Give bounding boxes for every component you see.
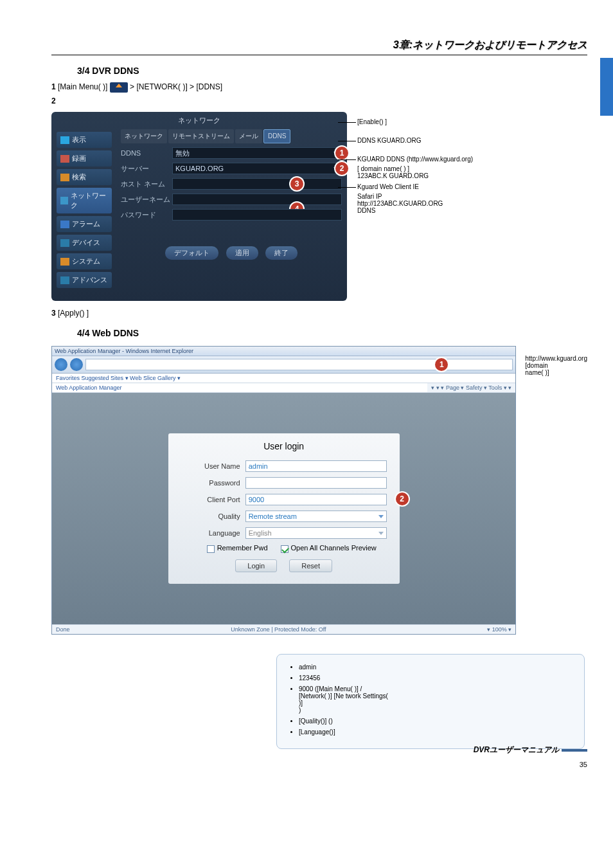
sidebar-item-alarm[interactable]: アラーム bbox=[57, 216, 112, 232]
side-tab bbox=[600, 58, 613, 116]
login-title: User login bbox=[181, 441, 387, 451]
callout-b1: 1 bbox=[435, 358, 448, 371]
reset-button[interactable]: Reset bbox=[289, 559, 332, 572]
chevron-down-icon bbox=[378, 515, 384, 518]
ddns-select[interactable]: 無効 bbox=[172, 147, 342, 159]
sidebar-item-system[interactable]: システム bbox=[57, 253, 112, 269]
sidebar-item-search[interactable]: 検索 bbox=[57, 169, 112, 185]
step-2: 2 bbox=[51, 96, 587, 105]
callout-2: 2 bbox=[335, 162, 348, 175]
ie-toolbar: ▾ ▾ ▾ Page ▾ Safety ▾ Tools ▾ ▾ bbox=[427, 383, 515, 392]
remember-pwd-checkbox[interactable]: Remember Pwd bbox=[207, 544, 268, 552]
sidebar-item-advance[interactable]: アドバンス bbox=[57, 272, 112, 288]
hostname-input[interactable] bbox=[172, 178, 342, 190]
sidebar-item-network[interactable]: ネットワーク bbox=[57, 188, 112, 213]
login-password-label: Password bbox=[181, 479, 245, 487]
page-number: 35 bbox=[580, 761, 587, 768]
ie-tab[interactable]: Web Application Manager bbox=[52, 383, 125, 392]
callout-notes-a: [Enable() ] DDNS KGUARD.ORG KGUARD DDNS … bbox=[357, 112, 587, 214]
footer: DVRユーザーマニュアル bbox=[474, 745, 587, 755]
password-input[interactable] bbox=[172, 209, 342, 221]
ie-status-left: Done bbox=[56, 626, 70, 633]
callout-notes-b: http://www.kguard.org [domain name( )] bbox=[525, 346, 587, 376]
server-label: サーバー bbox=[121, 164, 172, 174]
callout-1: 1 bbox=[335, 147, 348, 159]
sidebar-item-device[interactable]: デバイス bbox=[57, 235, 112, 251]
tab-remote[interactable]: リモートストリーム bbox=[168, 129, 234, 143]
ie-titlebar: Web Application Manager - Windows Intern… bbox=[52, 347, 515, 356]
tab-network[interactable]: ネットワーク bbox=[121, 129, 167, 143]
login-port-label: Client Port bbox=[181, 496, 245, 503]
password-label: パスワード bbox=[121, 210, 172, 220]
login-username-label: User Name bbox=[181, 462, 245, 470]
info-box: admin 123456 9000 ([Main Menu( )] / [Net… bbox=[276, 654, 585, 749]
callout-b2: 2 bbox=[396, 493, 409, 505]
step-3: 3 [Apply() ] bbox=[51, 309, 587, 318]
sidebar-item-record[interactable]: 録画 bbox=[57, 150, 112, 167]
ie-favorites-bar: Favorites Suggested Sites ▾ Web Slice Ga… bbox=[52, 374, 515, 383]
login-language-label: Language bbox=[181, 529, 245, 537]
ie-back-button[interactable] bbox=[55, 358, 67, 371]
login-quality-select[interactable]: Remote stream bbox=[245, 511, 387, 522]
ie-forward-button[interactable] bbox=[70, 358, 83, 371]
login-username-input[interactable]: admin bbox=[245, 460, 387, 472]
address-bar[interactable]: 1 bbox=[85, 359, 513, 370]
login-password-input[interactable] bbox=[245, 477, 387, 489]
tab-mail[interactable]: メール bbox=[235, 129, 262, 143]
browser-screenshot: Web Application Manager - Windows Intern… bbox=[51, 346, 516, 635]
section-34-heading: 3/4 DVR DDNS bbox=[77, 66, 587, 76]
tab-ddns[interactable]: DDNS bbox=[263, 129, 290, 143]
hostname-label: ホスト ネーム bbox=[121, 179, 172, 189]
default-button[interactable]: デフォルト bbox=[165, 246, 218, 260]
open-all-channels-checkbox[interactable]: Open All Channels Preview bbox=[281, 544, 377, 552]
sidebar-item-display[interactable]: 表示 bbox=[57, 132, 112, 148]
home-icon bbox=[110, 82, 128, 93]
chevron-down-icon bbox=[378, 532, 384, 535]
ie-status-mid: Unknown Zone | Protected Mode: Off bbox=[231, 626, 326, 633]
ui-title: ネットワーク bbox=[51, 112, 347, 129]
apply-button[interactable]: 適用 bbox=[226, 246, 258, 260]
login-language-select[interactable]: English bbox=[245, 527, 387, 539]
server-select[interactable]: KGUARD.ORG bbox=[172, 163, 342, 174]
sidebar: 表示 録画 検索 ネットワーク アラーム デバイス システム アドバンス bbox=[51, 129, 116, 293]
ie-status-right: ▾ 100% ▾ bbox=[487, 626, 511, 633]
login-button[interactable]: Login bbox=[235, 559, 277, 572]
login-area: User login User Nameadmin Password Clien… bbox=[52, 393, 515, 624]
section-44-heading: 4/4 Web DDNS bbox=[77, 328, 587, 338]
ddns-label: DDNS bbox=[121, 149, 172, 157]
callout-3: 3 bbox=[290, 177, 303, 190]
username-label: ユーザーネーム bbox=[121, 195, 172, 204]
exit-button[interactable]: 終了 bbox=[265, 246, 298, 260]
login-port-input[interactable]: 9000 bbox=[245, 494, 387, 505]
username-input[interactable] bbox=[172, 194, 342, 205]
chapter-title: 3章:ネットワークおよびリモートアクセス bbox=[51, 39, 587, 55]
login-quality-label: Quality bbox=[181, 512, 245, 520]
network-settings-screenshot: ネットワーク 表示 録画 検索 ネットワーク アラーム デバイス システム アド… bbox=[51, 112, 347, 301]
step-1: 1 [Main Menu( )] > [NETWORK( )] > [DDNS] bbox=[51, 82, 587, 93]
